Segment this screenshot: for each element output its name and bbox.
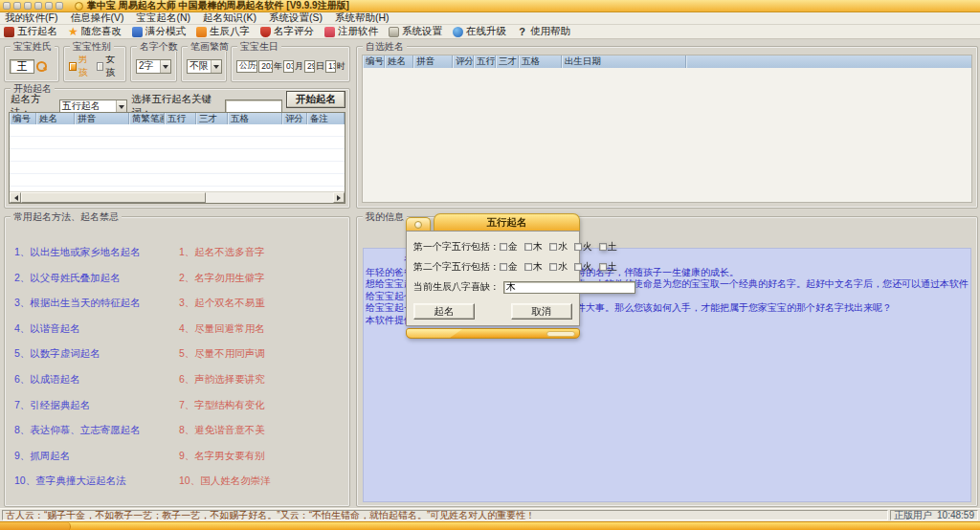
dialog-system-button[interactable] (414, 221, 422, 229)
naming-taboo-link[interactable]: 7、字型结构有变化 (179, 399, 265, 412)
toolbar-button-five-elements[interactable]: 五行起名 (4, 25, 57, 38)
birth-hour-select[interactable]: 13 (325, 60, 336, 73)
bazi-preference-input[interactable] (503, 281, 635, 294)
header-cell-wuxing[interactable]: 五行 (474, 55, 496, 68)
header-cell-name[interactable]: 姓名 (385, 55, 413, 68)
gender-male-radio[interactable]: 男孩 (69, 55, 95, 77)
dialog-cancel-button[interactable]: 取消 (511, 303, 572, 320)
naming-taboo-link[interactable]: 8、避免谐音意不美 (179, 424, 265, 437)
result-table-body[interactable] (10, 124, 345, 191)
scroll-left-arrow-icon[interactable] (10, 192, 21, 203)
menu-item-settings[interactable]: 系统设置(S) (269, 11, 323, 25)
header-cell-name[interactable]: 姓名 (36, 113, 75, 124)
question-icon: ? (517, 27, 527, 37)
toolbar-button-name-score[interactable]: 名字评分 (260, 25, 314, 38)
gender-female-radio[interactable]: 女孩 (97, 55, 122, 77)
header-cell-number[interactable]: 编号 (363, 55, 385, 68)
window-control-button[interactable] (13, 2, 21, 10)
toolbar-button-help[interactable]: ? 使用帮助 (517, 25, 570, 38)
checkbox-metal[interactable]: 金 (500, 260, 518, 274)
horizontal-scrollbar[interactable] (10, 191, 345, 203)
strokes-select[interactable]: 不限 (187, 59, 222, 74)
name-count-select[interactable]: 2字 (136, 59, 171, 74)
menu-item-software[interactable]: 我的软件(F) (5, 11, 57, 25)
toolbar-button-bazi[interactable]: 生辰八字 (196, 25, 250, 38)
naming-method-link[interactable]: 3、根据出生当天的特征起名 (14, 297, 179, 310)
settings-icon (389, 27, 399, 37)
birth-month-select[interactable]: 03 (283, 60, 294, 73)
tip-row: 7、引经据典起名 7、字型结构有变化 (14, 399, 344, 425)
naming-taboo-link[interactable]: 1、起名不选多音字 (179, 246, 265, 259)
gender-male-label: 男孩 (78, 55, 95, 77)
naming-method-link[interactable]: 9、抓周起名 (14, 450, 179, 463)
header-cell-score[interactable]: 评分 (282, 113, 307, 124)
header-cell-birthdate[interactable]: 出生日期 (562, 55, 686, 68)
naming-taboo-link[interactable]: 6、声韵选择要讲究 (179, 373, 265, 386)
menu-item-naming[interactable]: 宝宝起名(N) (136, 11, 190, 25)
window-control-button[interactable] (34, 2, 42, 10)
header-cell-wuxing[interactable]: 五行 (165, 113, 196, 124)
checkbox-fire[interactable]: 火 (574, 240, 592, 254)
naming-method-link[interactable]: 5、以数字虚词起名 (14, 347, 179, 361)
toolbar-button-full-score-mode[interactable]: 满分模式 (132, 25, 186, 38)
element-label: 木 (533, 260, 543, 274)
clock: 10:48:59 (937, 510, 974, 520)
naming-taboo-link[interactable]: 3、起个双名不易重 (179, 297, 265, 310)
checkbox-fire[interactable]: 火 (574, 260, 592, 274)
window-control-button[interactable] (45, 2, 53, 10)
naming-method-link[interactable]: 4、以谐音起名 (14, 322, 179, 336)
header-cell-number[interactable]: 编号 (10, 113, 36, 124)
checkbox-earth[interactable]: 土 (599, 240, 617, 254)
header-cell-score[interactable]: 评分 (453, 55, 474, 68)
header-cell-strokes[interactable]: 简繁笔画 (129, 113, 165, 124)
search-icon[interactable] (36, 61, 47, 72)
calendar-type-select[interactable]: 公历生日 (236, 60, 257, 73)
checkbox-water[interactable]: 水 (549, 260, 568, 274)
checkbox-water[interactable]: 水 (549, 240, 568, 254)
naming-method-link[interactable]: 7、引经据典起名 (14, 399, 179, 412)
checkbox-earth[interactable]: 土 (599, 260, 617, 274)
toolbar-button-favorite[interactable]: ★ 随您喜改 (68, 25, 122, 38)
birth-year-select[interactable]: 2020 (258, 60, 273, 73)
dialog-ok-button[interactable]: 起名 (413, 303, 475, 320)
window-control-button[interactable] (3, 2, 11, 10)
naming-method-link[interactable]: 10、查字典撞大运起名法 (14, 475, 179, 488)
name-count-group-title: 名字个数 (137, 41, 181, 52)
window-control-button[interactable] (24, 2, 32, 10)
naming-taboo-link[interactable]: 2、名字勿用生僻字 (179, 272, 265, 285)
toolbar-button-register[interactable]: 注册软件 (324, 25, 378, 38)
menu-item-knowledge[interactable]: 起名知识(K) (203, 11, 256, 25)
naming-method-link[interactable]: 8、表达仰慕、立志寄愿起名 (14, 424, 179, 437)
naming-taboo-link[interactable]: 9、名字男女要有别 (179, 450, 265, 463)
menu-item-info[interactable]: 信息操作(V) (70, 11, 123, 25)
toolbar-button-upgrade[interactable]: 在线升级 (453, 25, 506, 38)
naming-method-link[interactable]: 1、以出生地或家乡地名起名 (14, 246, 179, 259)
menu-item-help[interactable]: 系统帮助(H) (335, 11, 390, 25)
naming-method-link[interactable]: 6、以成语起名 (14, 373, 179, 386)
naming-taboo-link[interactable]: 10、国人姓名勿崇洋 (179, 475, 271, 488)
dialog-titlebar[interactable]: 五行起名 (406, 213, 580, 231)
checkbox-wood[interactable]: 木 (524, 240, 543, 254)
surname-input[interactable] (10, 59, 34, 74)
header-cell-wuge[interactable]: 五格 (228, 113, 282, 124)
taskbar-panel[interactable] (0, 522, 71, 530)
selected-names-list[interactable]: 编号 姓名 拼音 评分 五行 三才 五格 出生日期 (362, 55, 972, 203)
header-cell-sancai[interactable]: 三才 (496, 55, 519, 68)
start-naming-button[interactable]: 开始起名 (286, 91, 345, 108)
naming-method-link[interactable]: 2、以父母姓氏叠加起名 (14, 272, 179, 285)
window-control-button[interactable] (56, 2, 63, 10)
header-cell-remark[interactable]: 备注 (307, 113, 345, 124)
header-cell-wuge[interactable]: 五格 (519, 55, 562, 68)
resize-grip[interactable] (546, 331, 575, 337)
header-cell-sancai[interactable]: 三才 (196, 113, 228, 124)
naming-taboo-link[interactable]: 4、尽量回避常用名 (179, 322, 265, 336)
naming-taboo-link[interactable]: 5、尽量不用同声调 (179, 347, 265, 361)
checkbox-metal[interactable]: 金 (500, 240, 518, 254)
header-cell-pinyin[interactable]: 拼音 (413, 55, 453, 68)
scrollbar-thumb[interactable] (21, 192, 206, 203)
birth-day-select[interactable]: 29 (304, 60, 315, 73)
toolbar-button-settings[interactable]: 系统设置 (389, 25, 442, 38)
header-cell-pinyin[interactable]: 拼音 (75, 113, 129, 124)
scroll-right-arrow-icon[interactable] (333, 192, 345, 203)
checkbox-wood[interactable]: 木 (524, 260, 543, 274)
